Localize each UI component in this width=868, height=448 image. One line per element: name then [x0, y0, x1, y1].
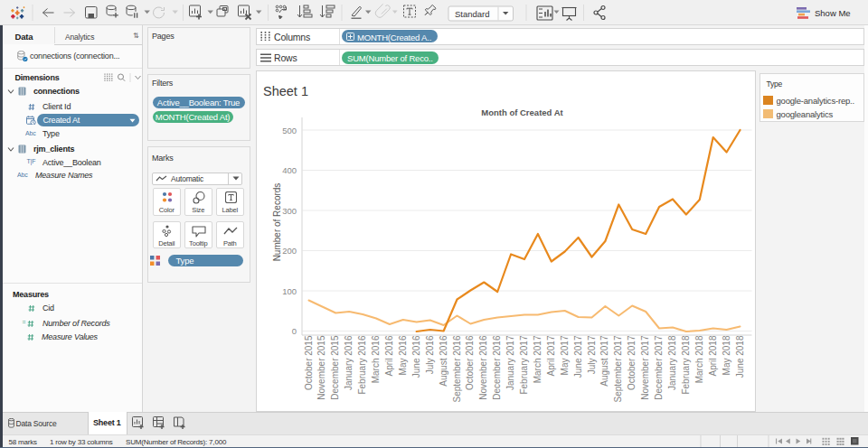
svg-text:December 2016: December 2016 — [492, 335, 502, 400]
svg-text:Number of Records: Number of Records — [272, 183, 282, 262]
svg-text:100: 100 — [282, 286, 297, 296]
svg-text:500: 500 — [282, 126, 297, 135]
svg-text:Month of Created At: Month of Created At — [481, 107, 563, 117]
svg-text:200: 200 — [282, 246, 297, 256]
svg-text:November 2017: November 2017 — [640, 335, 650, 400]
svg-text:January 2017: January 2017 — [505, 335, 515, 390]
svg-text:0: 0 — [291, 326, 296, 336]
svg-text:August 2016: August 2016 — [438, 335, 448, 387]
svg-text:October 2017: October 2017 — [627, 335, 637, 390]
svg-text:June 2016: June 2016 — [410, 335, 420, 378]
svg-text:February 2016: February 2016 — [357, 335, 367, 394]
svg-text:January 2018: January 2018 — [667, 335, 677, 390]
svg-text:November 2015: November 2015 — [316, 335, 326, 400]
svg-text:April 2016: April 2016 — [383, 335, 393, 376]
svg-text:March 2018: March 2018 — [693, 335, 703, 383]
svg-text:Show Me: Show Me — [815, 8, 851, 18]
svg-text:July 2017: July 2017 — [586, 335, 596, 374]
svg-text:April 2018: April 2018 — [707, 335, 717, 376]
svg-text:400: 400 — [282, 165, 297, 175]
svg-text:June 2018: June 2018 — [734, 335, 744, 378]
svg-text:November 2016: November 2016 — [478, 335, 488, 400]
svg-text:March 2017: March 2017 — [532, 335, 542, 383]
svg-text:January 2016: January 2016 — [344, 335, 354, 390]
svg-text:April 2017: April 2017 — [545, 335, 555, 376]
svg-text:May 2018: May 2018 — [721, 335, 731, 375]
svg-text:December 2017: December 2017 — [654, 335, 664, 400]
svg-text:May 2016: May 2016 — [397, 335, 407, 375]
svg-text:May 2017: May 2017 — [559, 335, 569, 375]
svg-text:February 2018: February 2018 — [680, 335, 690, 394]
svg-text:October 2015: October 2015 — [303, 335, 313, 390]
svg-text:Standard: Standard — [455, 9, 490, 19]
svg-text:October 2016: October 2016 — [465, 335, 475, 390]
svg-text:September 2016: September 2016 — [451, 335, 461, 402]
svg-text:December 2015: December 2015 — [330, 335, 340, 400]
svg-text:February 2017: February 2017 — [519, 335, 529, 394]
svg-text:August 2017: August 2017 — [599, 335, 609, 387]
svg-text:July 2016: July 2016 — [424, 335, 434, 374]
svg-text:March 2016: March 2016 — [371, 335, 381, 383]
svg-text:Sheet 1: Sheet 1 — [263, 84, 308, 98]
svg-text:300: 300 — [282, 206, 297, 216]
svg-text:September 2017: September 2017 — [613, 335, 623, 402]
svg-text:June 2017: June 2017 — [572, 335, 582, 378]
